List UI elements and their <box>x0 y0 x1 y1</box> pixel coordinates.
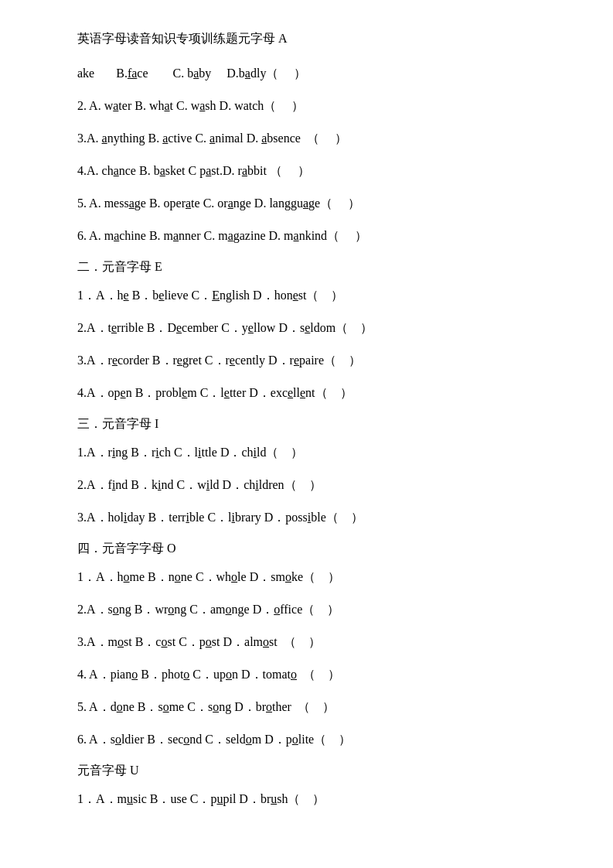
page-title: 英语字母读音知识专项训练题元字母 A <box>77 31 551 47</box>
q3-text: 3.A. anything B. active C. animal D. abs… <box>77 132 347 145</box>
u1-line: 1．A．music B．use C．pupil D．brush（ ） <box>77 787 551 812</box>
e3-text: 3.A．recorder B．regret C．recently D．repai… <box>77 354 361 367</box>
section-e-header: 二．元音字母 E <box>77 259 551 275</box>
section-i-block: 1.A．ring B．rich C．little D．child（ ） 2.A．… <box>77 440 551 530</box>
o2-line: 2.A．song B．wrong C．amonge D．office（ ） <box>77 597 551 622</box>
q1-text: ake B.face C. baby D.badly（ ） <box>77 67 306 80</box>
q6-text: 6. A. machine B. manner C. magazine D. m… <box>77 229 367 242</box>
i3-line: 3.A．holiday B．terrible C．library D．possi… <box>77 505 551 530</box>
e4-text: 4.A．open B．problem C．letter D．excellent（… <box>77 386 352 399</box>
q2-line: 2. A. water B. what C. wash D. watch（ ） <box>77 94 551 118</box>
e2-text: 2.A．terrible B．December C．yellow D．seldo… <box>77 321 373 334</box>
q4-line: 4.A. chance B. basket C past.D. rabbit （… <box>77 159 551 183</box>
o6-text: 6. A．soldier B．second C．seldom D．polite（… <box>77 733 351 746</box>
page-container: 英语字母读音知识专项训练题元字母 A ake B.face C. baby D.… <box>77 31 551 812</box>
i1-line: 1.A．ring B．rich C．little D．child（ ） <box>77 440 551 465</box>
o3-line: 3.A．most B．cost C．post D．almost （ ） <box>77 630 551 654</box>
i2-text: 2.A．find B．kind C．wild D．children（ ） <box>77 478 322 491</box>
section-u-block: 1．A．music B．use C．pupil D．brush（ ） <box>77 787 551 812</box>
i3-text: 3.A．holiday B．terrible C．library D．possi… <box>77 511 363 524</box>
o5-text: 5. A．done B．some C．song D．brother （ ） <box>77 700 335 713</box>
q3-line: 3.A. anything B. active C. animal D. abs… <box>77 126 551 151</box>
e3-line: 3.A．recorder B．regret C．recently D．repai… <box>77 348 551 373</box>
q1-line: ake B.face C. baby D.badly（ ） <box>77 61 551 86</box>
o4-line: 4. A．piano B．photo C．upon D．tomato （ ） <box>77 662 551 687</box>
o5-line: 5. A．done B．some C．song D．brother （ ） <box>77 695 551 719</box>
section-o-block: 1．A．home B．none C．whole D．smoke（ ） 2.A．s… <box>77 565 551 752</box>
e1-line: 1．A．he B．believe C．English D．honest（ ） <box>77 283 551 308</box>
section-u-header: 元音字母 U <box>77 763 551 779</box>
q5-line: 5. A. message B. operate C. orange D. la… <box>77 191 551 216</box>
i1-text: 1.A．ring B．rich C．little D．child（ ） <box>77 446 303 459</box>
o6-line: 6. A．soldier B．second C．seldom D．polite（… <box>77 727 551 752</box>
o1-text: 1．A．home B．none C．whole D．smoke（ ） <box>77 570 340 583</box>
section-a-block: ake B.face C. baby D.badly（ ） 2. A. wate… <box>77 61 551 248</box>
q4-text: 4.A. chance B. basket C past.D. rabbit （… <box>77 164 310 177</box>
q5-text: 5. A. message B. operate C. orange D. la… <box>77 196 360 210</box>
q6-line: 6. A. machine B. manner C. magazine D. m… <box>77 224 551 248</box>
i2-line: 2.A．find B．kind C．wild D．children（ ） <box>77 473 551 497</box>
section-i-header: 三．元音字母 I <box>77 416 551 432</box>
o1-line: 1．A．home B．none C．whole D．smoke（ ） <box>77 565 551 589</box>
u1-text: 1．A．music B．use C．pupil D．brush（ ） <box>77 792 325 805</box>
e1-text: 1．A．he B．believe C．English D．honest（ ） <box>77 289 343 302</box>
q2-text: 2. A. water B. what C. wash D. watch（ ） <box>77 99 304 112</box>
e4-line: 4.A．open B．problem C．letter D．excellent（… <box>77 381 551 405</box>
o3-text: 3.A．most B．cost C．post D．almost （ ） <box>77 635 321 648</box>
o4-text: 4. A．piano B．photo C．upon D．tomato （ ） <box>77 668 340 681</box>
o2-text: 2.A．song B．wrong C．amonge D．office（ ） <box>77 603 339 616</box>
section-o-header: 四．元音字字母 O <box>77 541 551 557</box>
e2-line: 2.A．terrible B．December C．yellow D．seldo… <box>77 316 551 340</box>
section-e-block: 1．A．he B．believe C．English D．honest（ ） 2… <box>77 283 551 405</box>
